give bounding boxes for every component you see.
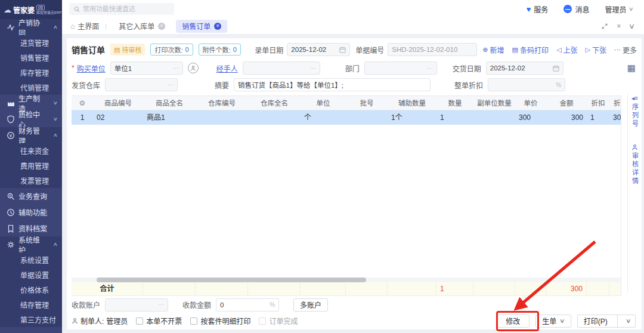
sidebar-item-system-maintenance[interactable]: 系统维护 ∧ <box>0 236 62 252</box>
brand-subtitle: 辉煌智造云ERP <box>36 11 61 14</box>
content-area: 销售订单 ▤ 待审核 打印次数:0 附件个数:0 录单日期 <box>62 35 644 333</box>
search-list-icon <box>6 192 15 201</box>
order-discount-field[interactable]: % <box>488 78 565 91</box>
doc-number-field[interactable]: SHD-2025-12-02-010 <box>388 43 477 56</box>
sidebar-item-business-query[interactable]: 业务查询 <box>0 188 62 204</box>
receive-amount-label: 收款金额 <box>182 300 211 310</box>
tab-sales-order[interactable]: 销售订单 × <box>176 20 227 33</box>
sidebar-item-expense-mgmt[interactable]: 费用管理 <box>0 158 62 173</box>
chevron-down-icon[interactable]: ∨ <box>619 317 637 324</box>
buyer-label-link[interactable]: 购买单位 <box>77 63 106 73</box>
right-side-strip: ◂≡ 序列号 审核详情 <box>627 93 642 292</box>
print-count-badge: 打印次数:0 <box>150 44 193 56</box>
sidebar-item-invoice-mgmt[interactable]: 发票管理 <box>0 173 62 188</box>
qr-code-icon[interactable]: ▦ <box>627 63 636 73</box>
sidebar-item-funds[interactable]: 往来资金 <box>0 143 62 158</box>
page-title: 销售订单 <box>72 44 105 56</box>
generate-doc-button[interactable]: 生单∨ <box>535 314 571 328</box>
receive-amount-field[interactable]: 0 % <box>216 298 279 312</box>
audit-detail-tab[interactable]: 审核详情 <box>630 144 640 186</box>
sidebar-item-price-system[interactable]: 价格体系 <box>0 282 62 297</box>
column-settings-gear-icon[interactable]: ⚙ <box>72 96 93 110</box>
bookmark-icon <box>6 224 15 233</box>
record-date-label: 录单日期 <box>255 45 283 55</box>
prev-record-button[interactable]: ◁上张 <box>556 45 577 55</box>
sidebar-item-inventory-mgmt[interactable]: 库存管理 <box>0 65 62 80</box>
grid-row-1[interactable]: 1 02 商品1 个 1个 1 300 300 1 300 <box>72 110 621 125</box>
record-date-field[interactable]: 2025-12-02 <box>287 43 350 56</box>
sidebar-item-document-settings[interactable]: 单据设置 <box>0 267 62 282</box>
ellipsis-icon: ⋯ <box>614 46 621 54</box>
tab-divider: | <box>105 23 107 30</box>
modify-button[interactable]: 修改 <box>496 314 530 328</box>
sidebar-item-assist-functions[interactable]: 辅助功能 <box>0 204 62 220</box>
dept-label: 部门 <box>345 63 360 73</box>
dept-field[interactable]: ··· <box>364 61 437 75</box>
next-record-button[interactable]: ▷下张 <box>586 45 606 55</box>
serial-list-icon: ◂≡ <box>631 95 638 101</box>
brand-logo: ☁ 管家婆 05 辉煌智造云ERP <box>0 0 62 19</box>
sidebar-item-system-settings[interactable]: 系统设置 <box>0 252 62 267</box>
print-split-button[interactable]: 打印(P) ∨ <box>577 314 636 328</box>
summary-label: 摘要 <box>215 80 229 90</box>
handler-field[interactable]: ··· <box>243 61 320 75</box>
calendar-icon <box>339 47 346 53</box>
items-grid: ⚙ 商品编号 商品全名 仓库编号 仓库全名 单位 批号 辅助数量 数量 副单位数… <box>72 95 621 296</box>
more-button[interactable]: ⋯更多 <box>614 45 637 55</box>
sidebar-item-sales-mgmt[interactable]: 销售管理 <box>0 50 62 65</box>
chevron-up-icon: ∧ <box>53 24 58 30</box>
tab-home[interactable]: ⌂ 主界面 <box>70 21 99 31</box>
checkbox-icon <box>259 317 266 325</box>
close-icon[interactable]: × <box>214 23 221 30</box>
delivery-date-field[interactable]: 2025-12-02 <box>486 61 564 75</box>
gear-icon <box>6 240 15 249</box>
print-button[interactable]: 打印(P) <box>578 316 614 326</box>
checkbox-icon <box>190 317 197 325</box>
total-label: 合计 <box>72 282 143 295</box>
creator-info: 制单人: 管理员 <box>72 316 128 326</box>
tab-bar: ⌂ 主界面 | 其它入库单 × 销售订单 × × ∨ <box>62 18 644 35</box>
multi-account-button[interactable]: 多账户 <box>293 298 328 312</box>
add-new-button[interactable]: ⊕新增 <box>482 45 504 55</box>
user-menu[interactable]: 管理员 ∨ <box>605 4 633 14</box>
checkbox-print-by-kit-detail[interactable]: 按套件明细打印 <box>190 316 250 326</box>
arrow-left-icon: ◁ <box>556 46 561 54</box>
brand-name: 管家婆 <box>13 5 35 15</box>
service-menu[interactable]: ♥ 服务 <box>527 4 549 14</box>
person-select-icon[interactable] <box>188 63 199 73</box>
heart-icon: ♥ <box>527 5 531 14</box>
buyer-field[interactable]: 单位1 ··· <box>110 61 183 75</box>
chevron-down-icon[interactable]: ∨ <box>628 22 635 30</box>
attachment-count-badge: 附件个数:0 <box>199 44 241 56</box>
close-all-icon[interactable]: × <box>617 22 621 30</box>
checkbox-no-invoice[interactable]: 本单不开票 <box>136 316 182 326</box>
sidebar-item-third-party-payment[interactable]: 第三方支付 <box>0 312 62 327</box>
warehouse-field[interactable]: ··· <box>105 78 178 91</box>
serial-number-tab[interactable]: ◂≡ 序列号 <box>630 95 640 128</box>
total-qty: 1 <box>436 282 473 295</box>
factory-icon <box>6 99 15 107</box>
maximize-icon[interactable] <box>601 23 608 30</box>
receive-account-label: 收款账户 <box>72 300 100 310</box>
grid-total-row: 合计 1 300 <box>72 282 621 296</box>
shield-icon <box>6 115 15 124</box>
barcode-print-button[interactable]: ▤条码打印 <box>512 45 549 55</box>
sidebar-item-purchase-mgmt[interactable]: 进货管理 <box>0 35 62 50</box>
summary-field[interactable]: 销售订货【商品1】等给【单位1】; <box>234 78 431 91</box>
search-input[interactable] <box>83 5 169 13</box>
sidebar-item-production-sales[interactable]: 产销协同 ∧ <box>0 19 62 35</box>
main-area: ♥ 服务 ••• 消息 管理员 ∨ ⌂ 主界面 | 其它入库单 <box>62 0 644 333</box>
chevron-down-icon: ∨ <box>53 116 58 122</box>
close-icon[interactable]: × <box>158 23 165 30</box>
chevron-up-icon: ∧ <box>53 132 58 138</box>
warehouse-label: 发货仓库 <box>72 80 100 90</box>
sidebar-item-finance-mgmt[interactable]: 财务管理 ∧ <box>0 127 62 143</box>
quick-search[interactable] <box>69 3 174 15</box>
receive-account-field[interactable]: ··· <box>105 298 168 312</box>
handler-label-link[interactable]: 经手人 <box>216 63 238 73</box>
scrollbar-thumb[interactable] <box>97 278 366 282</box>
sidebar-item-balance-mgmt[interactable]: 结存管理 <box>0 297 62 312</box>
tab-other-inbound[interactable]: 其它入库单 × <box>113 20 171 33</box>
messages-menu[interactable]: ••• 消息 <box>564 4 589 14</box>
chevron-down-icon: ∨ <box>559 317 565 324</box>
